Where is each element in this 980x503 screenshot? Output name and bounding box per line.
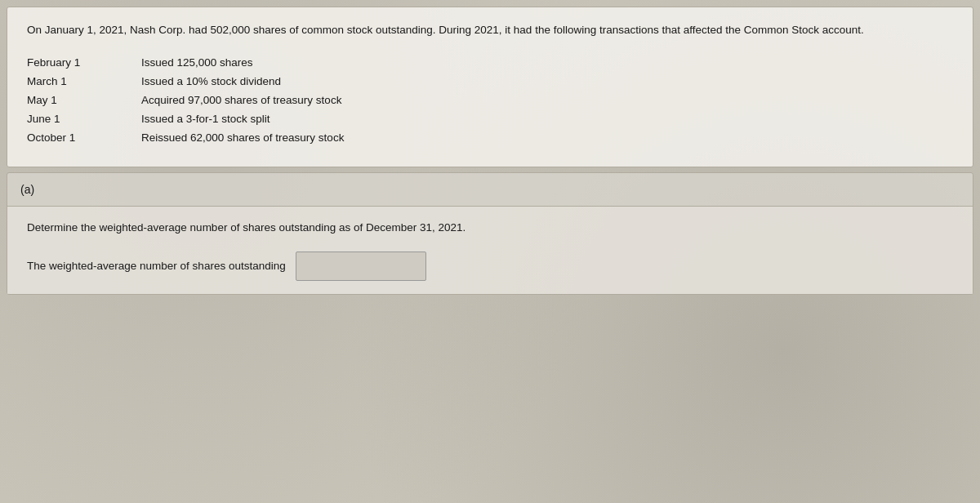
table-row: May 1Acquired 97,000 shares of treasury … bbox=[27, 91, 953, 109]
table-row: June 1Issued a 3-for-1 stock split bbox=[27, 109, 953, 128]
transaction-date: June 1 bbox=[27, 113, 141, 125]
transaction-description: Issued a 10% stock dividend bbox=[141, 75, 953, 87]
transaction-date: October 1 bbox=[27, 131, 141, 144]
transaction-description: Issued a 3-for-1 stock split bbox=[141, 113, 953, 125]
bottom-section: (a) Determine the weighted-average numbe… bbox=[7, 172, 973, 294]
table-row: February 1Issued 125,000 shares bbox=[27, 53, 953, 72]
answer-input[interactable] bbox=[296, 252, 426, 281]
part-label: (a) bbox=[20, 183, 34, 196]
transaction-description: Reissued 62,000 shares of treasury stock bbox=[141, 131, 953, 144]
part-label-row: (a) bbox=[7, 173, 973, 207]
transactions-table: February 1Issued 125,000 sharesMarch 1Is… bbox=[27, 53, 953, 147]
table-row: March 1Issued a 10% stock dividend bbox=[27, 72, 953, 91]
top-panel: On January 1, 2021, Nash Corp. had 502,0… bbox=[7, 7, 973, 167]
transaction-date: March 1 bbox=[27, 75, 141, 87]
transaction-description: Acquired 97,000 shares of treasury stock bbox=[141, 94, 953, 106]
determine-text: Determine the weighted-average number of… bbox=[27, 220, 953, 236]
part-content: Determine the weighted-average number of… bbox=[7, 207, 973, 293]
transaction-date: February 1 bbox=[27, 56, 141, 69]
transaction-date: May 1 bbox=[27, 94, 141, 106]
answer-label: The weighted-average number of shares ou… bbox=[27, 260, 286, 272]
transaction-description: Issued 125,000 shares bbox=[141, 56, 953, 69]
table-row: October 1Reissued 62,000 shares of treas… bbox=[27, 128, 953, 147]
answer-row: The weighted-average number of shares ou… bbox=[27, 252, 953, 281]
intro-text: On January 1, 2021, Nash Corp. had 502,0… bbox=[27, 22, 953, 38]
